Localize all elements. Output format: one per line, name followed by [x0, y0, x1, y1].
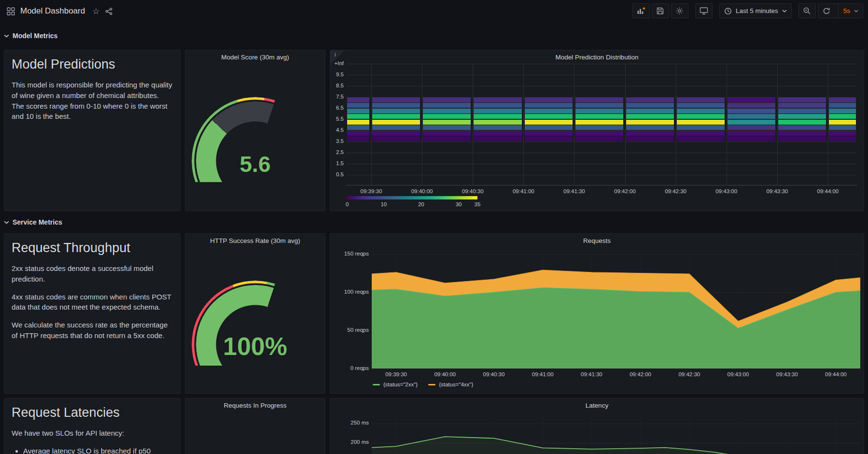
save-dashboard-button[interactable]: [652, 3, 669, 18]
heatmap-cell: [626, 109, 674, 114]
heatmap-cell: [677, 103, 725, 108]
star-icon[interactable]: ☆: [92, 6, 99, 16]
gridline: [346, 64, 857, 64]
gridline: [574, 64, 574, 185]
legend-series-dash: [428, 384, 435, 385]
heatmap-cell: [525, 98, 573, 102]
dashboard-grid-icon[interactable]: [7, 7, 15, 15]
legend-label[interactable]: {status="2xx"}: [383, 382, 418, 387]
info-icon[interactable]: i: [335, 52, 336, 57]
topbar-toolbar: Last 5 minutes 5s: [630, 3, 863, 18]
heatmap-cell: [525, 136, 573, 141]
gauge-value: 100%: [192, 332, 319, 361]
zoom-out-icon: [803, 7, 811, 15]
heatmap-cell: [423, 131, 471, 136]
axis-tick-label: 2.5: [330, 149, 344, 155]
text-panel-bullets: Average latency SLO is breached if p50 l…: [15, 446, 173, 454]
gridline: [346, 142, 857, 142]
heatmap-cell: [778, 114, 826, 119]
time-range-picker[interactable]: Last 5 minutes: [719, 3, 792, 18]
zoom-out-button[interactable]: [798, 3, 816, 18]
latency-plot[interactable]: [372, 398, 860, 454]
paragraph: This model is responsible for predicting…: [12, 80, 173, 122]
heatmap-cell: [728, 131, 775, 136]
panel-request-latencies: Request Latencies We have two SLOs for A…: [4, 398, 181, 454]
heatmap-cell: [423, 98, 471, 102]
color-scale-tick: 20: [418, 201, 424, 207]
cycle-view-icon: [700, 7, 708, 15]
heatmap-cell: [347, 103, 369, 108]
axis-tick-label: 09:42:30: [659, 188, 693, 194]
gridline: [346, 153, 857, 153]
heatmap-cell: [474, 136, 522, 141]
panel-info-corner[interactable]: [330, 50, 345, 65]
heatmap-cell: [474, 120, 522, 125]
dashboard-settings-button[interactable]: [671, 3, 688, 18]
axis-tick-label: 50 reqps: [330, 327, 369, 333]
text-panel-content: Request Latencies We have two SLOs for A…: [4, 398, 180, 454]
share-icon[interactable]: [105, 7, 113, 15]
requests-chart-svg[interactable]: [372, 254, 860, 369]
heatmap-plot[interactable]: [346, 64, 857, 185]
axis-tick-label: 09:41:00: [506, 188, 540, 194]
axis-tick-label: 09:43:30: [760, 188, 794, 194]
heatmap-cell: [829, 114, 856, 119]
cycle-view-button[interactable]: [695, 3, 713, 18]
heatmap-cell: [829, 136, 856, 141]
axis-tick-label: 09:40:30: [456, 188, 490, 194]
heatmap-cell: [423, 136, 471, 141]
refresh-picker[interactable]: 5s: [818, 3, 863, 18]
refresh-interval-label[interactable]: 5s: [843, 7, 850, 14]
heatmap-cell: [778, 131, 826, 136]
color-scale-tick: 10: [380, 201, 387, 207]
row-header-service-metrics[interactable]: Service Metrics: [4, 218, 62, 226]
panel-title[interactable]: Requests In Progress: [185, 402, 325, 409]
row-header-model-metrics[interactable]: Model Metrics: [4, 32, 57, 40]
axis-tick-label: 100 reqps: [330, 289, 369, 295]
heatmap-cell: [423, 120, 471, 125]
panel-model-predictions: Model Predictions This model is responsi…: [4, 50, 181, 211]
panel-requests-in-progress: Requests In Progress: [185, 398, 325, 454]
gauge-http-success-rate: 100%: [192, 281, 319, 366]
text-panel-intro: We have two SLOs for API latency:: [12, 428, 173, 439]
time-range-label: Last 5 minutes: [736, 7, 778, 14]
axis-tick-label: 4.5: [330, 127, 344, 133]
axis-tick-label: 150 reqps: [330, 251, 369, 256]
panel-title[interactable]: Model Score (30m avg): [185, 54, 325, 61]
add-panel-button[interactable]: [632, 3, 650, 18]
heatmap-cell: [778, 136, 826, 141]
panel-title[interactable]: Requests: [330, 237, 864, 244]
legend-item[interactable]: {status="4xx"}: [428, 382, 473, 387]
legend-item[interactable]: {status="2xx"}: [373, 382, 418, 387]
panel-http-success-rate: HTTP Success Rate (30m avg) 100%: [185, 233, 325, 394]
heatmap-cell: [575, 125, 623, 130]
axis-tick-label: 09:40:00: [405, 188, 439, 194]
heatmap-cell: [677, 136, 725, 141]
x-axis-line: [346, 185, 857, 185]
legend-label[interactable]: {status="4xx"}: [439, 382, 473, 387]
clock-icon: [724, 7, 732, 15]
panel-title[interactable]: Model Prediction Distribution: [330, 54, 864, 61]
heatmap-cell: [474, 131, 522, 136]
text-panel-heading: Model Predictions: [12, 57, 173, 72]
heatmap-cell: [728, 125, 775, 130]
latency-chart-svg[interactable]: [372, 398, 860, 454]
gridline: [346, 75, 857, 75]
heatmap-cell: [778, 120, 826, 125]
heatmap-cell: [677, 125, 725, 130]
text-panel-heading: Request Throughput: [12, 241, 173, 255]
requests-plot[interactable]: [372, 254, 860, 369]
panel-prediction-distribution: i Model Prediction Distribution +Inf9.58…: [330, 50, 864, 211]
heatmap-cell: [423, 109, 471, 114]
panel-title[interactable]: HTTP Success Rate (30m avg): [185, 237, 325, 244]
row-title: Model Metrics: [13, 32, 57, 40]
heatmap-color-scale: [346, 196, 477, 199]
heatmap-cell: [626, 136, 674, 141]
dashboard-title[interactable]: Model Dashboard: [20, 6, 85, 16]
heatmap-cell: [474, 109, 522, 114]
gridline: [371, 64, 372, 185]
heatmap-cell: [829, 109, 856, 114]
chevron-down-icon: [854, 10, 858, 13]
row-title: Service Metrics: [13, 218, 62, 226]
axis-tick-label: 0 reqps: [330, 365, 369, 371]
